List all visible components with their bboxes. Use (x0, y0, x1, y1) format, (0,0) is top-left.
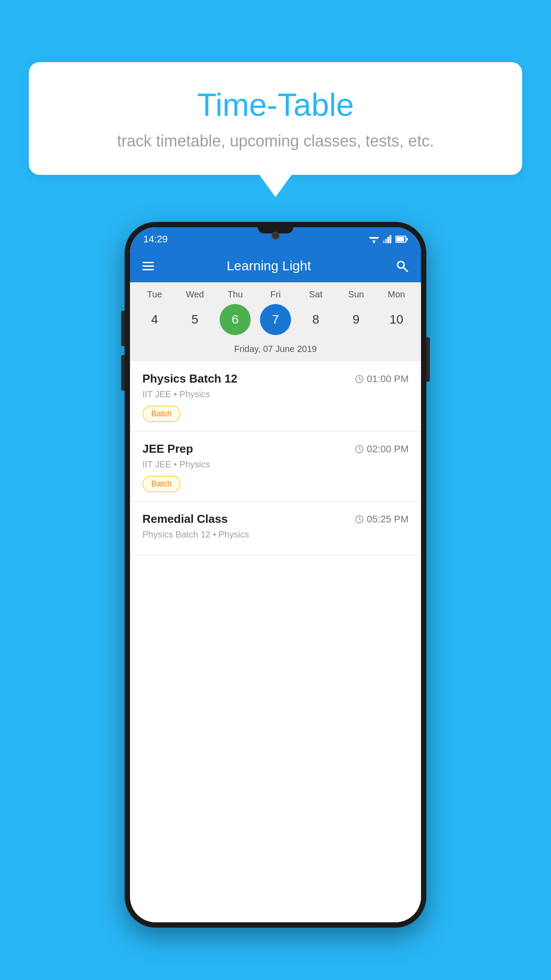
phone-btn-power (426, 337, 430, 382)
status-time: 14:29 (143, 233, 168, 245)
day-numbers: 45678910 (130, 304, 421, 335)
day-header-sun: Sun (341, 289, 372, 300)
schedule-title-0: Physics Batch 12 (142, 372, 237, 386)
schedule-time-0: 01:00 PM (354, 373, 409, 385)
day-header-thu: Thu (220, 289, 251, 300)
svg-rect-4 (383, 241, 385, 243)
schedule-subtitle-2: Physics Batch 12 • Physics (142, 530, 409, 540)
day-9[interactable]: 9 (341, 304, 372, 335)
schedule-title-2: Remedial Class (142, 512, 228, 526)
selected-date: Friday, 07 June 2019 (130, 341, 421, 361)
clock-icon-2 (354, 514, 364, 524)
svg-point-3 (373, 241, 375, 243)
svg-rect-5 (385, 239, 387, 243)
battery-icon (395, 236, 408, 243)
wifi-icon (369, 235, 379, 243)
search-button[interactable] (395, 259, 409, 273)
day-6[interactable]: 6 (220, 304, 251, 335)
clock-icon-1 (354, 444, 364, 454)
phone-wrapper: 14:29 (29, 222, 522, 928)
schedule-time-2: 05:25 PM (354, 514, 409, 525)
batch-badge-0: Batch (142, 406, 181, 422)
schedule-subtitle-1: IIT JEE • Physics (142, 459, 409, 470)
schedule-title-1: JEE Prep (142, 442, 193, 456)
schedule-item-header-1: JEE Prep 02:00 PM (142, 442, 409, 456)
signal-icon (383, 235, 392, 243)
schedule-item-2[interactable]: Remedial Class 05:25 PM Physics Batch 12… (130, 502, 421, 555)
status-icons (369, 235, 408, 243)
phone-btn-volume-down (121, 355, 125, 391)
day-5[interactable]: 5 (179, 304, 210, 335)
speech-bubble: Time-Table track timetable, upcoming cla… (29, 62, 522, 175)
svg-rect-10 (406, 238, 408, 241)
day-header-tue: Tue (139, 289, 170, 300)
calendar-strip: TueWedThuFriSatSunMon 45678910 Friday, 0… (130, 282, 421, 361)
bubble-subtitle: track timetable, upcoming classes, tests… (55, 132, 496, 150)
svg-rect-7 (390, 235, 391, 243)
app-title: Learning Light (142, 258, 395, 273)
phone-screen: 14:29 (130, 227, 421, 922)
svg-rect-6 (387, 237, 389, 243)
phone-mockup: 14:29 (125, 222, 426, 928)
phone-btn-volume-up (121, 311, 125, 346)
day-10[interactable]: 10 (381, 304, 412, 335)
day-header-sat: Sat (300, 289, 331, 300)
bubble-title: Time-Table (55, 87, 496, 123)
batch-badge-1: Batch (142, 476, 181, 492)
svg-line-12 (404, 268, 408, 272)
day-header-fri: Fri (260, 289, 291, 300)
clock-icon-0 (354, 374, 364, 384)
schedule-subtitle-0: IIT JEE • Physics (142, 389, 409, 399)
speech-bubble-container: Time-Table track timetable, upcoming cla… (29, 62, 522, 175)
schedule-item-header-0: Physics Batch 12 01:00 PM (142, 372, 409, 386)
day-header-mon: Mon (381, 289, 412, 300)
svg-rect-9 (396, 237, 404, 241)
app-bar: Learning Light (130, 249, 421, 282)
schedule-list[interactable]: Physics Batch 12 01:00 PM IIT JEE • Phys… (130, 361, 421, 922)
schedule-time-1: 02:00 PM (354, 443, 409, 455)
day-headers: TueWedThuFriSatSunMon (130, 289, 421, 300)
day-4[interactable]: 4 (139, 304, 170, 335)
day-7[interactable]: 7 (260, 304, 291, 335)
day-header-wed: Wed (179, 289, 210, 300)
schedule-item-1[interactable]: JEE Prep 02:00 PM IIT JEE • Physics Batc… (130, 431, 421, 502)
day-8[interactable]: 8 (300, 304, 331, 335)
schedule-item-header-2: Remedial Class 05:25 PM (142, 512, 409, 526)
schedule-item-0[interactable]: Physics Batch 12 01:00 PM IIT JEE • Phys… (130, 361, 421, 431)
phone-camera (272, 232, 279, 240)
